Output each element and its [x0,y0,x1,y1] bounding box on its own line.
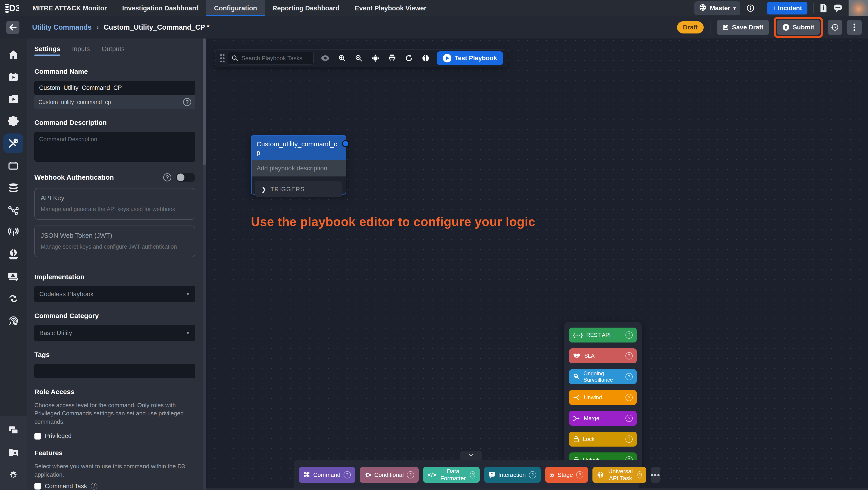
search-input[interactable] [241,55,310,62]
site-selector[interactable]: Master ▾ [694,1,740,15]
tab-outputs[interactable]: Outputs [101,45,125,56]
help-icon[interactable]: ? [407,471,414,479]
node-description-placeholder[interactable]: Add playbook description [252,160,346,176]
back-button[interactable] [6,21,20,34]
add-data-formatter-button[interactable]: </> Data Formatter ? [423,467,480,483]
utility-task-menu: {⋯} REST API ? SLA ? Ongoing Surveillanc… [564,322,642,473]
task-lock[interactable]: Lock ? [569,432,637,446]
sidebar-webhooks-icon[interactable] [3,222,23,242]
tab-settings[interactable]: Settings [34,45,60,56]
help-icon[interactable]: ? [183,98,191,106]
tags-input[interactable] [34,364,195,378]
playbook-root-node[interactable]: Custom_utility_command_cp Add playbook d… [251,135,346,195]
help-icon[interactable]: ? [529,471,536,479]
help-icon[interactable]: ? [625,373,633,380]
zoom-in-icon[interactable] [335,52,349,64]
breadcrumb-utility-commands[interactable]: Utility Commands [32,23,92,31]
release-notes-icon[interactable] [819,4,827,13]
playbook-task-search[interactable] [228,52,313,64]
help-icon[interactable]: ? [625,394,633,401]
sidebar-incident-report-icon[interactable] [3,266,23,286]
task-unwind[interactable]: Unwind ? [569,390,637,405]
nav-reporting-dashboard[interactable]: Reporting Dashboard [265,0,347,16]
help-icon[interactable]: ? [625,332,633,339]
webhook-auth-toggle[interactable] [176,173,195,182]
add-command-task-button[interactable]: ⌘ Command ? [299,467,355,483]
implementation-select[interactable]: Codeless Playbook ▼ [34,286,195,302]
add-incident-button[interactable]: + Incident [767,2,807,15]
task-rest-api[interactable]: {⋯} REST API ? [569,327,637,343]
command-category-label: Command Category [34,312,195,320]
command-category-select[interactable]: Basic Utility ▼ [34,325,195,341]
chevron-down-icon: ▼ [185,330,190,336]
sidebar-playbook-player-icon[interactable] [3,89,23,109]
test-playbook-button[interactable]: Test Playbook [437,51,503,65]
fit-to-screen-icon[interactable] [368,52,383,64]
refresh-icon[interactable] [402,52,416,64]
tab-inputs[interactable]: Inputs [72,45,90,56]
sidebar-web-intel-icon[interactable] [3,244,23,264]
task-sla[interactable]: SLA ? [569,348,637,363]
version-history-button[interactable] [828,20,842,35]
jwt-card[interactable]: JSON Web Token (JWT) Manage secret keys … [34,226,195,257]
sidebar-board-icon[interactable] [3,156,23,176]
add-stage-button[interactable]: » Stage ? [545,467,588,483]
nav-event-playbook-viewer[interactable]: Event Playbook Viewer [347,0,434,16]
more-actions-button[interactable] [847,20,862,35]
sidebar-contacts-icon[interactable] [3,442,23,462]
add-universal-api-task-button[interactable]: Universal API Task ? [592,467,646,483]
add-interaction-task-button[interactable]: ? Interaction ? [484,467,540,483]
command-task-checkbox[interactable] [34,483,41,490]
toolbar-collapse-button[interactable] [460,451,482,460]
submit-button[interactable]: Submit [777,20,819,35]
nav-configuration[interactable]: Configuration [206,0,265,16]
task-ongoing-surveillance[interactable]: Ongoing Surveillance ? [569,369,637,384]
sidebar-settings-icon[interactable] [3,465,23,485]
node-title[interactable]: Custom_utility_command_cp [252,136,346,160]
print-icon[interactable] [385,52,399,64]
drag-handle-icon[interactable] [219,54,225,63]
playbook-canvas[interactable]: Test Playbook Custom_utility_command_cp … [206,38,868,490]
globe-icon[interactable] [418,52,433,64]
sidebar-window-copies-icon[interactable] [3,420,23,440]
node-output-port[interactable] [342,140,349,147]
help-icon[interactable]: ? [470,471,475,479]
zoom-out-icon[interactable] [351,52,366,64]
sidebar-connections-icon[interactable] [3,200,23,220]
info-icon[interactable]: i [91,483,97,490]
command-name-input[interactable] [34,81,195,95]
privileged-label: Privileged [45,433,72,439]
help-icon[interactable]: ? [625,435,633,443]
sidebar-event-monitor-icon[interactable] [3,67,23,87]
info-icon[interactable] [746,4,755,12]
add-conditional-task-button[interactable]: Conditional ? [360,467,418,483]
privileged-checkbox[interactable] [34,433,41,439]
sidebar-utility-commands-icon[interactable] [3,134,23,153]
task-type-label: Command [313,471,340,479]
help-icon[interactable]: ? [638,471,642,479]
preview-eye-icon[interactable] [318,52,333,64]
save-draft-button[interactable]: Save Draft [717,20,769,35]
user-avatar[interactable] [848,0,868,16]
horizontal-scrollbar-track[interactable] [206,488,868,490]
nav-mitre-attck-monitor[interactable]: MITRE ATT&CK Monitor [25,0,115,16]
chat-icon[interactable] [833,4,843,12]
sidebar-fingerprint-icon[interactable] [3,311,23,331]
help-icon[interactable]: ? [163,173,171,181]
api-key-card[interactable]: API Key Manage and generate the API keys… [34,188,195,220]
sidebar-integrations-icon[interactable] [3,111,23,131]
more-task-types-button[interactable]: ••• [651,467,660,483]
sidebar-data-management-icon[interactable] [3,178,23,198]
nav-investigation-dashboard[interactable]: Investigation Dashboard [115,0,206,16]
node-triggers-section[interactable]: ❯ TRIGGERS [255,181,342,197]
command-description-input[interactable] [34,132,195,162]
help-icon[interactable]: ? [576,471,583,479]
sidebar-home-icon[interactable] [3,45,23,65]
surveillance-icon [573,373,580,380]
panel-scrollbar[interactable] [203,38,206,490]
task-merge[interactable]: Merge ? [569,411,637,426]
help-icon[interactable]: ? [625,415,633,422]
help-icon[interactable]: ? [344,471,351,479]
sidebar-sync-icon[interactable] [3,289,23,309]
help-icon[interactable]: ? [625,352,633,359]
